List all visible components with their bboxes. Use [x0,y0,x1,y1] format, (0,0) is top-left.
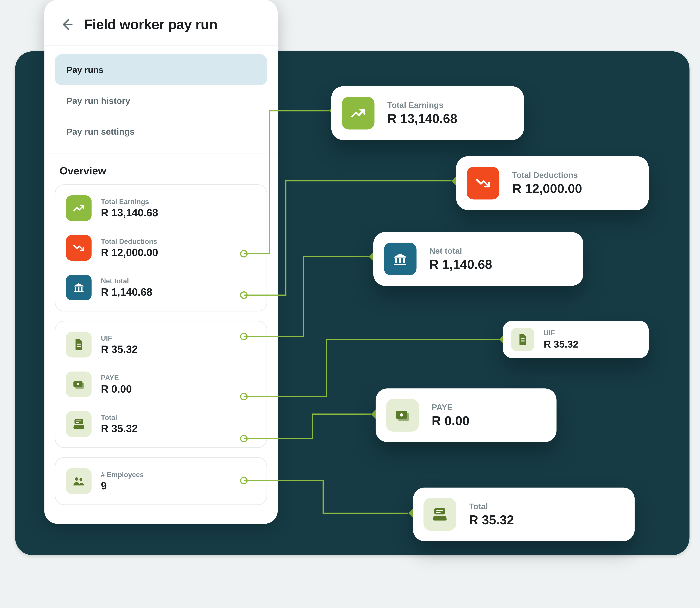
overview-heading: Overview [44,153,278,185]
label-employees: # Employees [101,470,144,479]
callout-value: R 35.32 [469,512,514,528]
label-paye: PAYE [101,374,132,382]
callout-label: Total Earnings [387,100,457,109]
value-net-total: R 1,140.68 [101,286,152,298]
value-total-deductions: R 12,000.00 [101,246,158,259]
label-net-total: Net total [101,277,152,285]
callout-value: R 35.32 [544,339,579,350]
sidebar-panel: Field worker pay run Pay runs Pay run hi… [44,0,278,524]
callout-label: PAYE [432,402,469,411]
trend-down-icon [467,167,499,200]
value-uif: R 35.32 [101,343,138,355]
row-total-earnings: Total Earnings R 13,140.68 [55,188,266,228]
cash-icon [386,399,419,432]
register-icon [66,411,92,437]
nav-pay-run-settings[interactable]: Pay run settings [55,116,267,147]
callout-value: R 0.00 [432,413,469,428]
trend-up-icon [342,97,374,129]
callout-total-deductions: Total Deductions R 12,000.00 [456,156,648,210]
nav-pay-run-history[interactable]: Pay run history [55,85,267,116]
callout-paye: PAYE R 0.00 [376,388,556,442]
value-total: R 35.32 [101,422,138,435]
label-total: Total [101,413,138,421]
cash-icon [66,372,92,397]
label-uif: UIF [101,334,138,342]
label-total-earnings: Total Earnings [101,197,158,206]
callout-net-total: Net total R 1,140.68 [373,232,583,286]
callout-total: Total R 35.32 [413,488,635,541]
overview-card-tax: UIF R 35.32 PAYE R 0.00 Total R 35.32 [55,321,267,448]
row-total: Total R 35.32 [55,404,266,444]
callout-value: R 1,140.68 [429,257,492,272]
label-total-deductions: Total Deductions [101,237,158,245]
row-paye: PAYE R 0.00 [55,364,266,404]
callout-total-earnings: Total Earnings R 13,140.68 [332,87,524,140]
callout-label: Net total [429,246,492,255]
sidebar-nav: Pay runs Pay run history Pay run setting… [44,46,278,153]
nav-pay-runs[interactable]: Pay runs [55,54,267,85]
value-employees: 9 [101,480,144,492]
trend-down-icon [66,235,92,261]
arrow-left-icon [59,18,74,32]
callout-label: Total Deductions [512,170,582,179]
value-paye: R 0.00 [101,383,132,395]
document-icon [511,328,534,351]
trend-up-icon [66,195,92,221]
overview-card-totals: Total Earnings R 13,140.68 Total Deducti… [55,184,267,311]
callout-uif: UIF R 35.32 [503,321,648,358]
row-net-total: Net total R 1,140.68 [55,268,266,307]
back-button[interactable] [59,18,74,32]
people-icon [66,469,92,494]
row-employees: # Employees 9 [55,461,266,501]
row-uif: UIF R 35.32 [55,325,266,364]
callout-value: R 13,140.68 [387,111,457,126]
bank-icon [384,243,417,275]
callout-value: R 12,000.00 [512,181,582,196]
document-icon [66,332,92,358]
overview-card-employees: # Employees 9 [55,457,267,505]
register-icon [423,498,456,531]
callout-label: UIF [544,329,579,337]
callout-label: Total [469,501,514,511]
value-total-earnings: R 13,140.68 [101,207,158,219]
page-title: Field worker pay run [84,16,217,33]
bank-icon [66,275,92,300]
row-total-deductions: Total Deductions R 12,000.00 [55,228,266,268]
